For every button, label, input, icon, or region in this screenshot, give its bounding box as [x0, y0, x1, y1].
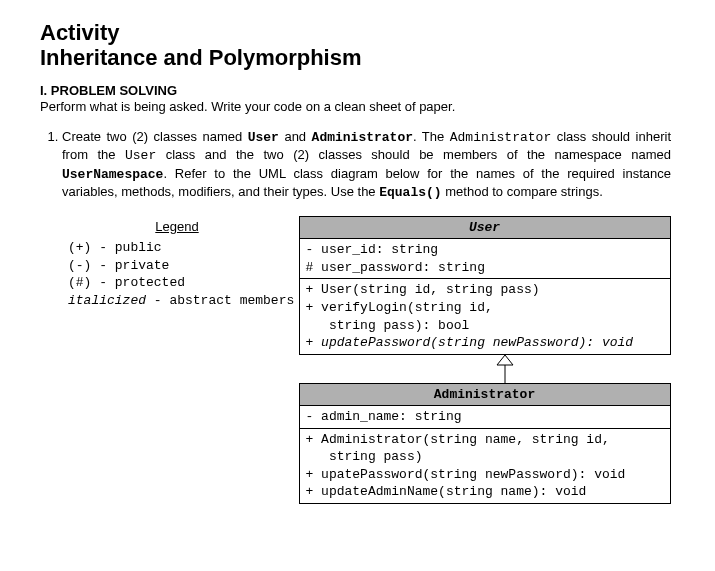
uml-method: + upatePassword(string newPassword): voi…: [306, 466, 664, 484]
uml-field: - user_id: string: [306, 241, 664, 259]
section-heading: I. PROBLEM SOLVING: [40, 83, 675, 98]
p1-code-user: User: [248, 130, 279, 145]
uml-user-title: User: [300, 217, 670, 240]
legend-line: (#) - protected: [68, 274, 292, 292]
uml-method: + updateAdminName(string name): void: [306, 483, 664, 501]
p1-code-admin2: Administrator: [450, 130, 551, 145]
p1-text: method to compare strings.: [442, 184, 603, 199]
section-sub: Perform what is being asked. Write your …: [40, 99, 675, 114]
uml-user-methods: + User(string id, string pass)+ verifyLo…: [300, 279, 670, 353]
diagram-area: Legend (+) - public(-) - private(#) - pr…: [62, 216, 671, 504]
legend-line: italicized - abstract members: [68, 292, 292, 310]
uml-column: User - user_id: string# user_password: s…: [298, 216, 671, 504]
p1-code-user2: User: [125, 148, 156, 163]
problem-list: Create two (2) classes named User and Ad…: [40, 128, 675, 504]
p1-text: class and the two (2) classes should be …: [156, 147, 671, 162]
uml-method: + User(string id, string pass): [306, 281, 664, 299]
p1-text: and: [279, 129, 312, 144]
uml-admin-box: Administrator - admin_name: string + Adm…: [299, 383, 671, 504]
uml-admin-fields: - admin_name: string: [300, 406, 670, 429]
uml-method: string pass): [306, 448, 664, 466]
uml-method: + Administrator(string name, string id,: [306, 431, 664, 449]
legend-title: Legend: [62, 218, 292, 236]
p1-text: . The: [413, 129, 450, 144]
legend-line: (+) - public: [68, 239, 292, 257]
activity-title-1: Activity: [40, 20, 675, 45]
p1-code-ns: UserNamespace: [62, 167, 163, 182]
legend-italic: italicized: [68, 293, 146, 308]
uml-admin-methods: + Administrator(string name, string id, …: [300, 429, 670, 503]
uml-user-box: User - user_id: string# user_password: s…: [299, 216, 671, 355]
uml-field: # user_password: string: [306, 259, 664, 277]
uml-method: + verifyLogin(string id,: [306, 299, 664, 317]
uml-field: - admin_name: string: [306, 408, 664, 426]
uml-admin-title: Administrator: [300, 384, 670, 407]
legend: Legend (+) - public(-) - private(#) - pr…: [62, 216, 292, 310]
uml-method-abstract: + updatePassword(string newPassword): vo…: [306, 334, 664, 352]
inheritance-arrow-icon: [495, 355, 515, 383]
activity-title-2: Inheritance and Polymorphism: [40, 45, 675, 70]
legend-text: - abstract members: [146, 293, 294, 308]
uml-method: string pass): bool: [306, 317, 664, 335]
problem-1: Create two (2) classes named User and Ad…: [62, 128, 675, 504]
p1-text: Create two (2) classes named: [62, 129, 248, 144]
svg-marker-0: [497, 355, 513, 365]
legend-body: (+) - public(-) - private(#) - protected…: [62, 239, 292, 309]
p1-code-equals: Equals(): [379, 185, 441, 200]
page: Activity Inheritance and Polymorphism I.…: [0, 0, 715, 544]
p1-code-admin: Administrator: [312, 130, 413, 145]
legend-line: (-) - private: [68, 257, 292, 275]
uml-user-fields: - user_id: string# user_password: string: [300, 239, 670, 279]
